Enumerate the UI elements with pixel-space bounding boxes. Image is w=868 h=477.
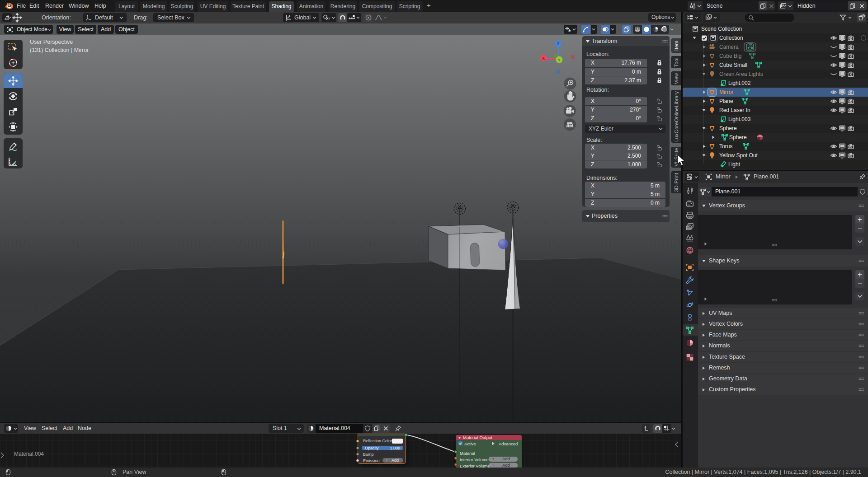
svg-text:Y: Y (558, 57, 561, 62)
svg-text:Z: Z (557, 41, 560, 46)
svg-text:X: X (542, 56, 545, 61)
